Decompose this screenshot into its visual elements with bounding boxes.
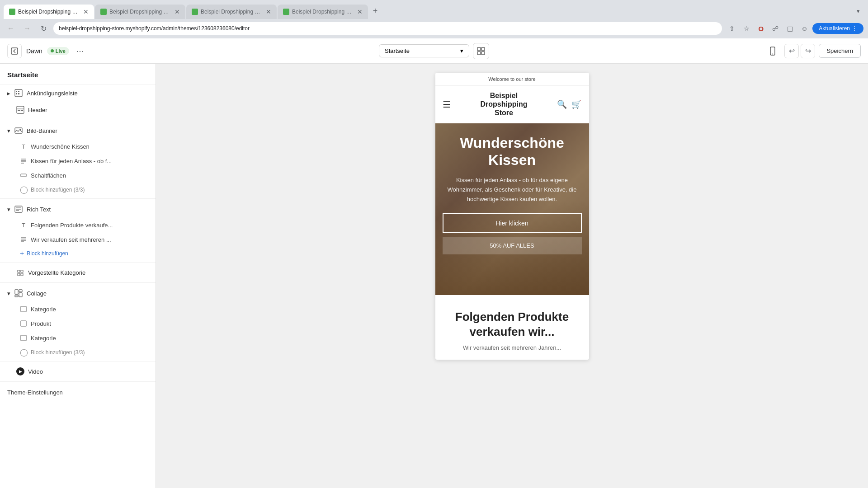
layout-block-icon bbox=[20, 172, 27, 179]
redo-button[interactable]: ↪ bbox=[801, 44, 815, 58]
back-to-themes-button[interactable] bbox=[7, 44, 22, 58]
sidebar-group-collage: ▾ Collage Kategorie bbox=[0, 285, 156, 359]
user-icon[interactable]: ☺ bbox=[798, 22, 811, 35]
hamburger-icon[interactable]: ☰ bbox=[443, 99, 451, 110]
sidebar-child-wunderschone[interactable]: T Wunderschöne Kissen bbox=[0, 139, 156, 154]
phone-preview: Welcome to our store ☰ BeispielDropshipp… bbox=[435, 73, 589, 360]
add-block-rich-text[interactable]: + Block hinzufügen bbox=[0, 247, 156, 260]
save-button[interactable]: Speichern bbox=[819, 44, 861, 58]
tab-4[interactable]: Beispiel Dropshipping Store - ✕ bbox=[278, 5, 368, 19]
add-block-rt-label: Block hinzufügen bbox=[27, 250, 68, 257]
vorgestellte-label: Vorgestellte Kategorie bbox=[28, 269, 85, 276]
live-badge: Live bbox=[47, 47, 69, 55]
sidebar-icon[interactable]: ◫ bbox=[783, 22, 796, 35]
svg-rect-33 bbox=[18, 273, 20, 276]
svg-rect-9 bbox=[18, 91, 19, 92]
page-selector[interactable]: Startseite ▾ bbox=[379, 44, 469, 57]
back-icon bbox=[11, 47, 18, 55]
divider-3 bbox=[0, 262, 156, 263]
mobile-icon bbox=[768, 47, 777, 56]
address-bar[interactable]: beispiel-dropshipping-store.myshopify.co… bbox=[53, 22, 722, 35]
sidebar-item-rich-text[interactable]: ▾ Rich Text bbox=[0, 201, 156, 218]
editor-body: Startseite ▸ Ankündigungsleiste Header bbox=[0, 64, 868, 488]
list-rt-icon bbox=[20, 236, 27, 243]
more-options-button[interactable]: ⋯ bbox=[74, 45, 86, 57]
address-bar-row: ← → ↻ beispiel-dropshipping-store.myshop… bbox=[0, 19, 868, 38]
back-button[interactable]: ← bbox=[5, 22, 17, 35]
sidebar-child-produkt[interactable]: Produkt bbox=[0, 316, 156, 331]
svg-rect-22 bbox=[21, 174, 26, 177]
header-label: Header bbox=[28, 107, 47, 113]
svg-rect-41 bbox=[21, 335, 26, 341]
crop-1-icon bbox=[20, 305, 27, 313]
sidebar-child-kategorie-1[interactable]: Kategorie bbox=[0, 302, 156, 316]
svg-rect-12 bbox=[17, 106, 24, 113]
plus-icon-col: ◯ bbox=[20, 348, 28, 357]
hero-secondary-button[interactable]: 50% AUF ALLES bbox=[443, 237, 582, 254]
bookmark-icon[interactable]: ☆ bbox=[740, 22, 753, 35]
sidebar-item-ankündigungsleiste[interactable]: ▸ Ankündigungsleiste bbox=[0, 84, 156, 102]
divider-6 bbox=[0, 381, 156, 382]
tab-3[interactable]: Beispiel Dropshipping Store - ✕ bbox=[186, 5, 277, 19]
live-label: Live bbox=[56, 48, 66, 54]
tab-3-close[interactable]: ✕ bbox=[266, 9, 271, 15]
produkt-label: Produkt bbox=[31, 320, 51, 327]
new-tab-button[interactable]: + bbox=[369, 5, 382, 17]
sidebar-child-schaltflachen[interactable]: Schaltflächen bbox=[0, 168, 156, 183]
update-button[interactable]: Aktualisieren ⋮ bbox=[812, 23, 863, 34]
address-text: beispiel-dropshipping-store.myshopify.co… bbox=[59, 25, 250, 32]
svg-rect-35 bbox=[15, 290, 18, 294]
bild-banner-icon bbox=[14, 126, 23, 135]
view-toggle-button[interactable] bbox=[473, 43, 489, 59]
sidebar-child-kissen-anlass[interactable]: Kissen für jeden Anlass - ob f... bbox=[0, 154, 156, 168]
store-logo: BeispielDropshippingStore bbox=[481, 91, 528, 117]
cart-icon[interactable]: 🛒 bbox=[571, 99, 581, 109]
add-block-bild-banner[interactable]: ◯ Block hinzufügen (3/3) bbox=[0, 183, 156, 197]
sidebar-item-video[interactable]: ▶ Video bbox=[0, 363, 156, 380]
tab-list-button[interactable]: ▾ bbox=[852, 5, 864, 17]
tab-1-close[interactable]: ✕ bbox=[83, 9, 89, 15]
extension-icon[interactable]: ☍ bbox=[769, 22, 782, 35]
tab-1[interactable]: Beispiel Dropshipping Store - ✕ bbox=[4, 5, 94, 19]
rich-text-preview-sub: Wir verkaufen seit mehreren Jahren... bbox=[444, 343, 580, 352]
tab-4-close[interactable]: ✕ bbox=[357, 9, 363, 15]
crop-3-icon bbox=[20, 334, 27, 342]
vorgestellte-icon bbox=[16, 268, 24, 277]
undo-button[interactable]: ↩ bbox=[784, 44, 799, 58]
sidebar-child-kategorie-2[interactable]: Kategorie bbox=[0, 331, 156, 345]
opera-icon[interactable]: O bbox=[755, 22, 767, 35]
sidebar-item-vorgestellte[interactable]: Vorgestellte Kategorie bbox=[0, 264, 156, 281]
forward-button[interactable]: → bbox=[21, 22, 33, 35]
sidebar-child-wir-verkaufen[interactable]: Wir verkaufen seit mehreren ... bbox=[0, 232, 156, 247]
add-block-collage[interactable]: ◯ Block hinzufügen (3/3) bbox=[0, 345, 156, 359]
sidebar-item-bild-banner[interactable]: ▾ Bild-Banner bbox=[0, 122, 156, 139]
browser-chrome: Beispiel Dropshipping Store - ✕ Beispiel… bbox=[0, 0, 868, 38]
tab-1-title: Beispiel Dropshipping Store - bbox=[18, 9, 80, 15]
list-block-icon bbox=[20, 157, 27, 164]
header-section-icon bbox=[16, 106, 24, 114]
tab-3-favicon bbox=[192, 9, 198, 15]
tab-2-close[interactable]: ✕ bbox=[175, 9, 180, 15]
search-icon[interactable]: 🔍 bbox=[557, 99, 567, 109]
svg-rect-1 bbox=[477, 47, 481, 51]
sidebar-child-folgenden[interactable]: T Folgenden Produkte verkaufe... bbox=[0, 218, 156, 232]
undo-redo-group: ↩ ↪ bbox=[784, 44, 815, 58]
sidebar-item-header[interactable]: Header bbox=[0, 102, 156, 118]
plus-icon-bild: ◯ bbox=[20, 185, 28, 194]
wir-verkaufen-label: Wir verkaufen seit mehreren ... bbox=[31, 236, 111, 243]
mobile-view-button[interactable] bbox=[764, 43, 781, 59]
theme-settings-button[interactable]: Theme-Einstellungen bbox=[0, 384, 156, 401]
chevron-down-icon-bild: ▾ bbox=[7, 127, 10, 134]
share-icon[interactable]: ⇧ bbox=[726, 22, 738, 35]
divider-5 bbox=[0, 361, 156, 361]
svg-rect-4 bbox=[481, 52, 485, 55]
tab-2[interactable]: Beispiel Dropshipping Store ✕ bbox=[95, 5, 185, 19]
chevron-down-icon-col: ▾ bbox=[7, 290, 10, 297]
refresh-button[interactable]: ↻ bbox=[37, 22, 50, 35]
sidebar-item-collage[interactable]: ▾ Collage bbox=[0, 285, 156, 302]
collage-icon bbox=[14, 289, 23, 298]
hero-content: Wunderschöne Kissen Kissen für jeden Anl… bbox=[443, 134, 582, 254]
chevron-right-icon: ▸ bbox=[7, 90, 10, 97]
svg-point-17 bbox=[20, 129, 21, 131]
hero-primary-button[interactable]: Hier klicken bbox=[443, 213, 582, 233]
